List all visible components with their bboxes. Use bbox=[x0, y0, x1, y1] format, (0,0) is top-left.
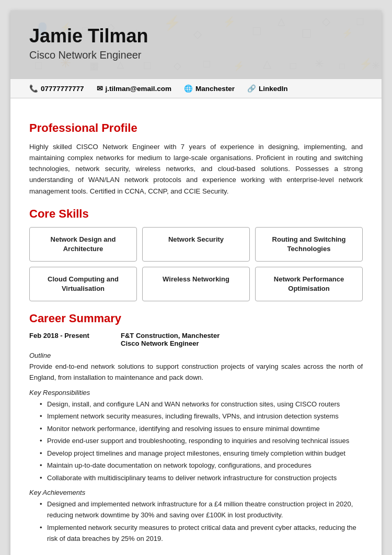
link-icon: 🔗 bbox=[247, 84, 256, 93]
responsibility-4: Develop project timelines and manage pro… bbox=[40, 448, 363, 459]
skills-grid: Network Design and Architecture Network … bbox=[29, 227, 363, 302]
linkedin-label: LinkedIn bbox=[259, 85, 288, 93]
header: ⚡ ◇ ⚡ □ △ □ ◇ ⚡ □ □ ✳ ▦ △ □ ◇ □ ⚡ △ □ ✳ … bbox=[10, 10, 382, 78]
responsibility-6: Collaborate with multidisciplinary teams… bbox=[40, 472, 363, 483]
responsibility-3: Provide end-user support and troubleshoo… bbox=[40, 435, 363, 446]
responsibility-0: Design, install, and configure LAN and W… bbox=[40, 399, 363, 410]
svg-text:□: □ bbox=[290, 60, 296, 71]
phone-contact: 📞 07777777777 bbox=[29, 84, 84, 93]
location-text: Manchester bbox=[195, 85, 235, 93]
phone-icon: 📞 bbox=[29, 84, 38, 93]
profile-section-title: Professional Profile bbox=[29, 121, 363, 135]
svg-text:▦: ▦ bbox=[89, 60, 99, 71]
email-address: j.tilman@email.com bbox=[106, 85, 171, 93]
achievement-1: Implemented network security measures to… bbox=[40, 522, 363, 545]
contact-bar: 📞 07777777777 ✉ j.tilman@email.com 🌐 Man… bbox=[10, 78, 382, 98]
location-icon: 🌐 bbox=[184, 84, 193, 93]
svg-text:□: □ bbox=[340, 61, 345, 71]
resume-page: ⚡ ◇ ⚡ □ △ □ ◇ ⚡ □ □ ✳ ▦ △ □ ◇ □ ⚡ △ □ ✳ … bbox=[10, 10, 382, 555]
skill-item-4: Wireless Networking bbox=[142, 267, 250, 301]
skills-section-title: Core Skills bbox=[29, 207, 363, 221]
main-content: Professional Profile Highly skilled CISC… bbox=[10, 98, 382, 555]
skill-item-5: Network Performance Optimisation bbox=[255, 267, 363, 301]
skill-item-2: Routing and Switching Technologies bbox=[255, 227, 363, 262]
profile-text: Highly skilled CISCO Network Engineer wi… bbox=[29, 141, 363, 197]
person-name: Jamie Tilman bbox=[29, 25, 363, 47]
location-contact: 🌐 Manchester bbox=[184, 84, 235, 93]
email-contact: ✉ j.tilman@email.com bbox=[97, 84, 171, 93]
skill-item-0: Network Design and Architecture bbox=[29, 227, 137, 262]
achievements-list: Designed and implemented network infrast… bbox=[29, 499, 363, 545]
career-section-title: Career Summary bbox=[29, 312, 363, 325]
achievements-label: Key Achievements bbox=[29, 489, 363, 496]
career-date: Feb 2018 - Present bbox=[29, 332, 110, 347]
svg-text:◇: ◇ bbox=[174, 60, 181, 71]
email-icon: ✉ bbox=[97, 84, 103, 93]
outline-label: Outline bbox=[29, 352, 363, 359]
responsibility-2: Monitor network performance, identifying… bbox=[40, 423, 363, 434]
responsibility-5: Maintain up-to-date documentation on net… bbox=[40, 460, 363, 471]
outline-text: Provide end-to-end network solutions to … bbox=[29, 361, 363, 383]
responsibilities-label: Key Responsibilities bbox=[29, 389, 363, 397]
svg-text:⚡: ⚡ bbox=[233, 61, 245, 72]
responsibilities-list: Design, install, and configure LAN and W… bbox=[29, 399, 363, 483]
career-role: Cisco Network Engineer bbox=[121, 339, 220, 347]
career-company: F&T Construction, Manchester bbox=[121, 332, 220, 339]
linkedin-contact[interactable]: 🔗 LinkedIn bbox=[247, 84, 288, 93]
skill-item-3: Cloud Computing and Virtualisation bbox=[29, 267, 137, 301]
responsibility-1: Implement network security measures, inc… bbox=[40, 411, 363, 422]
svg-text:✳: ✳ bbox=[372, 60, 380, 71]
job-title: Cisco Network Engineer bbox=[29, 49, 363, 61]
career-entry-header: Feb 2018 - Present F&T Construction, Man… bbox=[29, 332, 363, 347]
phone-number: 07777777777 bbox=[41, 85, 84, 93]
achievement-0: Designed and implemented network infrast… bbox=[40, 499, 363, 521]
skill-item-1: Network Security bbox=[142, 227, 250, 262]
